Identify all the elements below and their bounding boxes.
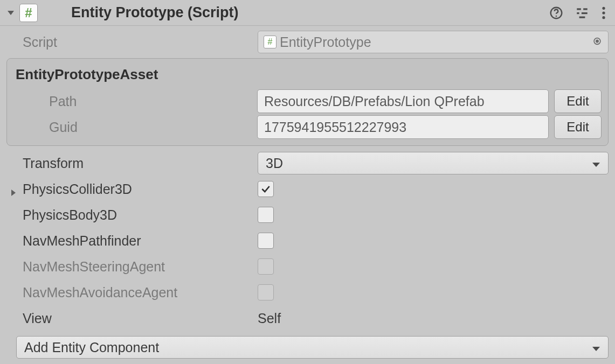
physics-collider-3d-checkbox[interactable] (258, 181, 274, 197)
foldout-right-icon[interactable] (10, 184, 19, 194)
script-label: Script (6, 34, 258, 50)
asset-guid-label: Guid (13, 120, 257, 135)
asset-path-edit-button[interactable]: Edit (554, 89, 602, 113)
view-value: Self (258, 311, 281, 326)
add-entity-component-row: Add Entity Component (6, 334, 609, 360)
add-entity-component-dropdown[interactable]: Add Entity Component (16, 336, 609, 359)
navmesh-pathfinder-label: NavMeshPathfinder (6, 233, 258, 249)
svg-point-9 (602, 16, 605, 19)
physics-body-3d-checkbox[interactable] (258, 207, 274, 223)
navmesh-steering-agent-label: NavMeshSteeringAgent (6, 259, 258, 275)
svg-rect-2 (577, 8, 581, 10)
component-title: Entity Prototype (Script) (45, 4, 549, 21)
entity-prototype-asset-group: EntityPrototypeAsset Path Resources/DB/P… (6, 58, 609, 146)
context-menu-icon[interactable] (601, 6, 606, 20)
foldout-arrow-icon[interactable] (5, 8, 16, 18)
object-picker-icon[interactable] (592, 34, 603, 50)
inspector-component: # Entity Prototype (Script) Script # Ent… (0, 0, 615, 364)
navmesh-avoidance-agent-label: NavMeshAvoidanceAgent (6, 285, 258, 300)
transform-label: Transform (6, 156, 258, 171)
svg-point-1 (556, 15, 557, 17)
asset-path-field[interactable]: Resources/DB/Prefabs/Lion QPrefab (257, 89, 549, 113)
navmesh-steering-agent-row: NavMeshSteeringAgent (6, 254, 609, 279)
transform-dropdown[interactable]: 3D (258, 152, 609, 174)
script-object-field[interactable]: # EntityPrototype (258, 31, 609, 53)
header-icons (549, 6, 610, 20)
presets-icon[interactable] (575, 6, 589, 20)
add-entity-component-label: Add Entity Component (24, 340, 159, 355)
asset-path-row: Path Resources/DB/Prefabs/Lion QPrefab E… (13, 88, 602, 114)
svg-point-8 (602, 11, 605, 14)
svg-rect-5 (582, 12, 588, 13)
svg-rect-3 (583, 8, 588, 10)
chevron-down-icon (592, 340, 600, 355)
asset-guid-edit-button[interactable]: Edit (554, 115, 602, 139)
svg-point-11 (596, 40, 598, 42)
navmesh-avoidance-agent-row: NavMeshAvoidanceAgent (6, 279, 609, 305)
transform-row: Transform 3D (6, 150, 609, 176)
navmesh-pathfinder-row: NavMeshPathfinder (6, 228, 609, 254)
asset-group-title: EntityPrototypeAsset (13, 64, 602, 88)
view-row: View Self (6, 305, 609, 331)
view-label: View (6, 311, 258, 326)
svg-rect-6 (579, 16, 585, 18)
navmesh-steering-agent-checkbox (258, 258, 274, 275)
asset-guid-field[interactable]: 1775941955512227993 (257, 115, 549, 139)
physics-collider-3d-row: PhysicsCollider3D (6, 176, 609, 202)
transform-value: 3D (266, 156, 283, 171)
script-value: EntityPrototype (280, 34, 371, 50)
navmesh-pathfinder-checkbox[interactable] (258, 233, 274, 249)
script-row: Script # EntityPrototype (6, 29, 609, 55)
chevron-down-icon (592, 156, 600, 171)
csharp-mini-icon: # (264, 36, 277, 48)
csharp-script-icon: # (19, 4, 38, 22)
component-body: Script # EntityPrototype EntityPrototype… (0, 26, 615, 364)
svg-rect-4 (577, 12, 579, 13)
asset-path-label: Path (13, 94, 257, 109)
physics-body-3d-row: PhysicsBody3D (6, 202, 609, 228)
asset-guid-row: Guid 1775941955512227993 Edit (13, 114, 602, 140)
physics-collider-3d-label: PhysicsCollider3D (6, 181, 258, 197)
navmesh-avoidance-agent-checkbox (258, 284, 274, 300)
help-icon[interactable] (549, 6, 563, 20)
svg-point-7 (602, 6, 605, 9)
component-header: # Entity Prototype (Script) (0, 0, 615, 26)
physics-body-3d-label: PhysicsBody3D (6, 207, 258, 223)
